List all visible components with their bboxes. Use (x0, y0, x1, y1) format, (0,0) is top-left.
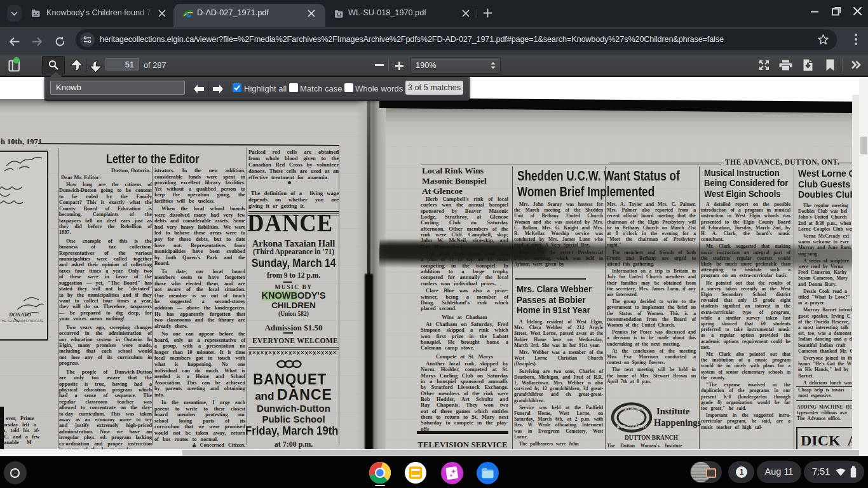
svg-text:W.I.: W.I. (628, 416, 635, 420)
svg-text:FOR HOME: FOR HOME (620, 407, 643, 411)
svg-text:AND COUNTRY: AND COUNTRY (616, 424, 647, 429)
